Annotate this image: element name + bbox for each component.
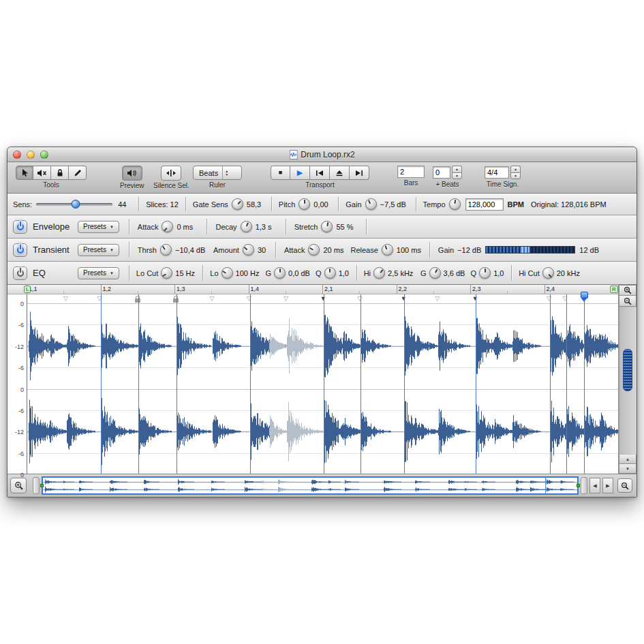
mute-tool-button[interactable]	[33, 166, 51, 180]
env-attack-knob[interactable]	[162, 221, 173, 232]
go-to-start-button[interactable]	[310, 166, 330, 180]
transient-power-button[interactable]	[13, 243, 27, 257]
eq-presets-popup[interactable]: Presets ▼	[78, 267, 119, 279]
slice-marker-icon[interactable]: ▽	[357, 295, 362, 303]
horizontal-zoom-in-button[interactable]	[10, 478, 27, 493]
eq-q1-knob[interactable]	[324, 267, 336, 279]
beats-group: ▲ ▼ + Beats	[433, 166, 462, 188]
left-locator-flag[interactable]: L	[24, 286, 31, 293]
bpm-label: BPM	[508, 200, 524, 209]
db-label: -6	[18, 408, 24, 414]
horizontal-zoom-out-button[interactable]	[617, 478, 632, 493]
overview-right-grip[interactable]	[581, 477, 587, 494]
eq-locut-knob[interactable]	[161, 267, 172, 279]
beats-stepper-up[interactable]: ▲	[452, 166, 462, 172]
silence-selection-button[interactable]	[161, 166, 181, 181]
ruler-popup[interactable]: Beats ▲▼	[193, 166, 242, 180]
selection-handle-right[interactable]	[577, 484, 580, 487]
slice-marker-icon[interactable]: ▽	[247, 295, 251, 303]
wave-ruler[interactable]: L R 1,11,21,31,42,12,22,32,4	[7, 285, 618, 294]
loop-toggle-button[interactable]	[330, 166, 350, 180]
tr-attack-knob[interactable]	[308, 244, 320, 256]
timesig-stepper[interactable]: ▲ ▼	[510, 166, 521, 179]
eq-hicut-knob[interactable]	[542, 267, 554, 279]
slider-thumb[interactable]	[72, 200, 80, 209]
eq-lo-knob[interactable]	[221, 267, 233, 279]
eq-power-button[interactable]	[13, 266, 27, 280]
envelope-presets-popup[interactable]: Presets ▼	[78, 221, 119, 233]
transient-presets-popup[interactable]: Presets ▼	[78, 244, 119, 256]
pitch-knob[interactable]	[298, 198, 310, 210]
beats-stepper[interactable]: ▲ ▼	[452, 166, 462, 179]
eq-g2-knob[interactable]	[429, 267, 441, 279]
tr-release-knob[interactable]	[382, 244, 393, 256]
env-stretch-knob[interactable]	[321, 221, 333, 232]
close-button[interactable]	[13, 151, 21, 159]
vertical-zoom-in-button[interactable]	[619, 285, 637, 296]
slices-count: Slices: 12	[146, 200, 179, 209]
slice-marker-icon[interactable]: ▽	[283, 295, 288, 303]
tempo-knob[interactable]	[449, 198, 461, 210]
vertical-zoom-out-button[interactable]	[619, 296, 637, 307]
eq-q2-knob[interactable]	[479, 267, 491, 279]
tempo-input[interactable]	[465, 198, 504, 211]
selection-handle-left[interactable]	[40, 484, 44, 487]
go-to-end-button[interactable]	[350, 166, 369, 180]
timesig-stepper-up[interactable]: ▲	[510, 166, 521, 172]
scroll-right-button[interactable]: ▶	[602, 478, 613, 493]
waveform-canvas[interactable]	[27, 303, 618, 474]
slice-marker-icon[interactable]: ▽	[97, 295, 102, 303]
eq-hi-knob[interactable]	[373, 267, 385, 279]
sensitivity-slider[interactable]	[36, 200, 112, 209]
slice-marker-icon[interactable]: ▽	[547, 295, 551, 303]
pencil-tool-button[interactable]	[69, 166, 87, 180]
vertical-scrollbar-thumb[interactable]	[623, 349, 632, 391]
tr-thrsh-knob[interactable]	[160, 244, 172, 256]
vertical-scrollbar-track[interactable]	[619, 307, 637, 455]
slice-marker-icon[interactable]: ▽	[563, 295, 568, 303]
gain-knob[interactable]	[365, 198, 377, 210]
eq-g1-value: 0,0 dB	[288, 269, 311, 277]
titlebar[interactable]: Drum Loop.rx2	[7, 147, 637, 162]
scroll-left-button[interactable]: ◀	[589, 478, 600, 493]
envelope-power-button[interactable]	[13, 220, 27, 234]
zoom-window-button[interactable]	[40, 151, 48, 159]
stop-button[interactable]: ■	[271, 166, 290, 180]
selected-slice-marker[interactable]	[581, 292, 588, 298]
slice-marker-icon[interactable]: ▽	[435, 295, 440, 303]
bars-input[interactable]	[397, 166, 425, 178]
eq-locut-label: Lo Cut	[136, 269, 158, 277]
eq-g1-knob[interactable]	[274, 267, 286, 279]
slice-marker-icon[interactable]: ▼	[401, 295, 407, 303]
lock-tool-button[interactable]	[51, 166, 69, 180]
arrow-tool-button[interactable]	[16, 166, 33, 180]
transient-gain-meter[interactable]	[485, 246, 575, 254]
slice-marker-icon[interactable]: ▼	[320, 295, 326, 303]
lock-marker-icon[interactable]	[135, 298, 140, 303]
db-label: 0	[20, 386, 24, 393]
env-decay-knob[interactable]	[241, 221, 252, 232]
play-button[interactable]: ▶	[290, 166, 310, 180]
scroll-up-button[interactable]: ▲	[619, 455, 637, 464]
marker-strip[interactable]: ▽▽▽▽▽▼▽▼▽▼▽▽	[7, 294, 618, 303]
gate-sens-knob[interactable]	[232, 198, 243, 210]
lock-marker-icon[interactable]	[173, 298, 179, 303]
slice-marker-icon[interactable]: ▽	[209, 295, 214, 303]
overview-selection[interactable]	[42, 476, 579, 495]
timesig-input[interactable]	[485, 166, 509, 179]
right-locator-flag[interactable]: R	[610, 286, 618, 293]
beats-stepper-down[interactable]: ▼	[452, 172, 462, 180]
sens-label: Sens:	[13, 200, 32, 209]
waveform-editor[interactable]: L R 1,11,21,31,42,12,22,32,4 ▽▽▽▽▽▼▽▼▽▼▽…	[7, 285, 637, 474]
minimize-button[interactable]	[27, 151, 35, 159]
scroll-down-button[interactable]: ▼	[619, 464, 637, 474]
tr-amount-knob[interactable]	[243, 244, 254, 256]
slice-marker-icon[interactable]: ▼	[472, 295, 478, 303]
chevron-down-icon: ▼	[110, 248, 114, 252]
overview-left-grip[interactable]	[33, 477, 40, 494]
slice-marker-icon[interactable]: ▽	[63, 295, 68, 303]
preview-button[interactable]	[122, 166, 142, 181]
timesig-stepper-down[interactable]: ▼	[510, 172, 521, 180]
overview-canvas[interactable]	[43, 478, 577, 493]
beats-input[interactable]	[433, 166, 450, 179]
